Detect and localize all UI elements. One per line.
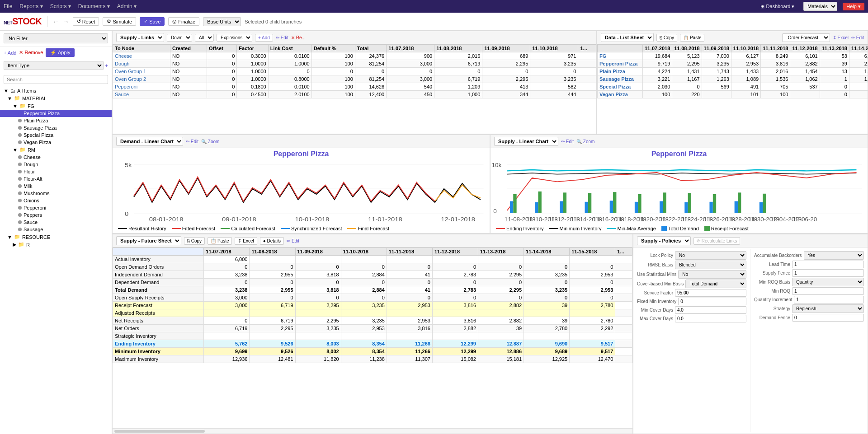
data-list-excel-button[interactable]: ↧ Excel <box>833 35 849 40</box>
supply-chart-select[interactable]: Supply - Linear Chart <box>494 137 558 146</box>
data-list-copy-button[interactable]: ⎘ Copy <box>656 34 677 42</box>
tree-milk[interactable]: Milk <box>0 182 112 190</box>
supply-future-row[interactable]: Maximum Inventory12,93612,48111,82011,23… <box>113 355 632 363</box>
tree-sausage-pizza[interactable]: Sausage Pizza <box>0 124 112 131</box>
nav-scripts[interactable]: Scripts ▾ <box>50 3 71 9</box>
min-cover-input[interactable] <box>675 306 746 314</box>
supply-links-dir-select[interactable]: Down <box>167 34 192 42</box>
qty-increment-input[interactable] <box>794 296 864 303</box>
supply-future-row[interactable]: Total Demand3,2382,9553,8182,884412,7832… <box>113 286 632 294</box>
supply-future-row[interactable]: Ending Inventory5,7629,5268,0038,35411,2… <box>113 340 632 348</box>
fixed-min-input[interactable] <box>678 298 746 305</box>
tree-r[interactable]: ▶ 📁 R <box>0 241 112 248</box>
supply-future-copy-button[interactable]: ⎘ Copy <box>184 237 205 245</box>
add-item-type-button[interactable]: + <box>105 63 108 68</box>
strategy-select[interactable]: ReplenishMin/Max <box>792 304 864 313</box>
supply-chart-edit-button[interactable]: ✏ Edit <box>561 139 574 144</box>
nav-documents[interactable]: Documents ▾ <box>78 3 110 9</box>
supply-future-row[interactable]: Net Orders6,7192,2953,2352,9533,8162,882… <box>113 325 632 332</box>
data-list-row[interactable]: Special Pizza 2,030 0 569 491 705 537 0 … <box>598 83 868 91</box>
tree-dough[interactable]: Dough <box>0 161 112 168</box>
nav-reports[interactable]: Reports ▾ <box>19 3 42 9</box>
tree-all-items[interactable]: ▼ 🗂 All Items <box>0 87 112 94</box>
supply-links-table-wrapper[interactable]: To Node Created Offset Factor Link Cost … <box>113 44 596 134</box>
supply-future-edit-button[interactable]: ✏ Edit <box>287 238 299 243</box>
supply-policies-select[interactable]: Supply - Policies <box>637 236 691 245</box>
supply-chart-zoom-button[interactable]: 🔍 Zoom <box>576 139 594 144</box>
add-filter-button[interactable]: + Add <box>4 50 16 56</box>
data-list-edit-button[interactable]: ✏ Edit <box>851 35 864 40</box>
nav-admin[interactable]: Admin ▾ <box>117 3 137 9</box>
cover-based-select[interactable]: Total DemandIndependent Demand <box>685 280 746 288</box>
tree-resource[interactable]: ▼ 📁 RESOURCE <box>0 233 112 241</box>
demand-fence-input[interactable] <box>792 314 864 322</box>
data-list-row[interactable]: Plain Pizza 4,224 1,431 1,743 1,433 2,01… <box>598 68 868 75</box>
supply-future-row[interactable]: Minimum Inventory9,6999,5268,0028,35411,… <box>113 348 632 355</box>
supply-future-excel-button[interactable]: ↧ Excel <box>235 237 257 245</box>
data-list-row[interactable]: FG 19,684 5,123 7,000 6,127 8,249 6,101 … <box>598 52 868 60</box>
accum-backorders-select[interactable]: YesNo <box>804 251 864 260</box>
supply-links-all-select[interactable]: All <box>195 34 214 42</box>
supply-links-add-button[interactable]: + Add <box>255 34 273 42</box>
nav-file[interactable]: File <box>4 3 12 9</box>
simulate-button[interactable]: ⚙ Simulate <box>103 17 136 26</box>
use-stat-mins-select[interactable]: NoYes <box>678 270 746 279</box>
max-cover-input[interactable] <box>675 315 746 322</box>
materials-select[interactable]: Materials <box>803 2 837 11</box>
tree-plain-pizza[interactable]: Plain Pizza <box>0 117 112 124</box>
supply-links-row[interactable]: Cheese NO 0 0.3000 0.0100 100 24,376 900… <box>113 52 596 60</box>
supply-future-row[interactable]: Open Supply Receipts3,00000000000 <box>113 294 632 302</box>
service-factor-input[interactable] <box>675 289 746 297</box>
data-list-order-select[interactable]: Order Forecast <box>782 33 830 42</box>
supply-links-row[interactable]: Dough NO 0 1.0000 1.0000 100 81,254 3,00… <box>113 60 596 68</box>
help-button[interactable]: Help ▾ <box>843 3 864 10</box>
search-input[interactable] <box>4 75 108 84</box>
tree-peppers[interactable]: Peppers <box>0 211 112 219</box>
supply-future-row[interactable]: Dependent Demand000000000 <box>113 279 632 286</box>
demand-chart-select[interactable]: Demand - Linear Chart <box>116 137 183 146</box>
reset-button[interactable]: ↺ Reset <box>73 17 99 26</box>
supply-links-edit-button[interactable]: ✏ Edit <box>276 35 288 40</box>
data-list-row[interactable]: Vegan Pizza 100 220 101 100 0 107 22 <box>598 91 868 98</box>
dashboard-button[interactable]: ⊞ Dashboard ▾ <box>757 3 798 10</box>
tree-sauce[interactable]: Sauce <box>0 219 112 226</box>
supply-future-details-button[interactable]: ● Details <box>260 237 284 245</box>
no-filter-select[interactable]: No Filter <box>4 33 108 43</box>
supply-links-row[interactable]: Oven Group 1 NO 0 1.0000 0 0 0 0 0 0 0 <box>113 68 596 75</box>
supply-links-explosions-select[interactable]: Explosions <box>217 34 252 42</box>
tree-fg[interactable]: ▼ 📁 FG <box>0 102 112 110</box>
supply-links-row[interactable]: Oven Group 2 NO 0 1.0000 0.8000 100 81,2… <box>113 75 596 83</box>
finalize-button[interactable]: ◎ Finalize <box>168 17 199 26</box>
recalculate-links-button[interactable]: ⟳ Recalculate Links <box>693 237 740 245</box>
apply-filter-button[interactable]: ⚡ Apply <box>46 48 75 57</box>
tree-onions[interactable]: Onions <box>0 197 112 204</box>
supply-future-paste-button[interactable]: 📋 Paste <box>208 237 232 245</box>
supply-future-scrollbar[interactable] <box>113 428 632 434</box>
supply-links-row[interactable]: Pepperoni NO 0 0.1800 0.0100 100 14,626 … <box>113 83 596 91</box>
supply-future-row[interactable]: Independent Demand3,2382,9553,8182,88441… <box>113 271 632 279</box>
supply-future-row[interactable]: Strategic Inventory <box>113 332 632 340</box>
tree-cheese[interactable]: Cheese <box>0 154 112 161</box>
data-list-paste-button[interactable]: 📋 Paste <box>680 34 704 42</box>
supply-links-row[interactable]: Sauce NO 0 0.4500 2.0100 100 12,400 450 … <box>113 91 596 98</box>
supply-future-row[interactable]: Open Demand Orders000000000 <box>113 263 632 271</box>
supply-future-row[interactable]: Receipt Forecast3,0006,7192,2953,2352,95… <box>113 302 632 309</box>
supply-links-title-select[interactable]: Supply - Links <box>116 33 164 42</box>
min-roq-basis-select[interactable]: QuantityValue <box>792 278 864 286</box>
data-list-title-select[interactable]: Data - List Sheet <box>601 33 654 42</box>
tree-flour-alt[interactable]: Flour-Alt <box>0 175 112 182</box>
tree-sausage[interactable]: Sausage <box>0 226 112 233</box>
remove-filter-button[interactable]: ✕ Remove <box>19 50 43 56</box>
base-units-select[interactable]: Base Units <box>203 17 241 26</box>
item-type-select[interactable]: Item Type <box>4 61 104 70</box>
tree-pepperoni[interactable]: Pepperoni <box>0 204 112 211</box>
supply-future-row[interactable]: Adjusted Receipts <box>113 309 632 317</box>
lock-policy-select[interactable]: NoYes <box>675 251 746 260</box>
tree-pepperoni-pizza[interactable]: Pepperoni Pizza <box>0 110 112 117</box>
tree-rm[interactable]: ▼ 📁 RM <box>0 146 112 154</box>
tree-vegan-pizza[interactable]: Vegan Pizza <box>0 139 112 146</box>
lead-time-input[interactable] <box>792 261 864 268</box>
supply-links-remove-button[interactable]: ✕ Re... <box>291 35 306 40</box>
supply-future-table-wrapper[interactable]: 11-07-2018 11-08-2018 11-09-2018 11-10-2… <box>113 247 632 428</box>
nav-back-button[interactable]: ← <box>53 18 59 25</box>
